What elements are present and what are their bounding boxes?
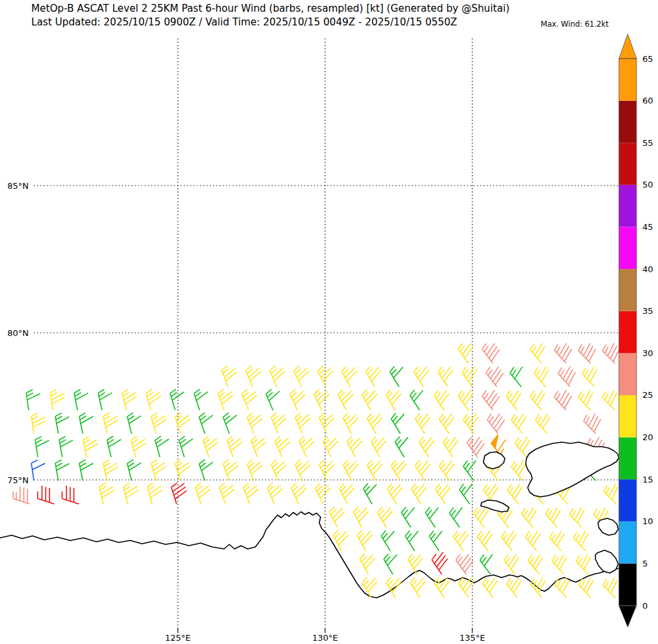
wind-barb bbox=[193, 387, 213, 410]
coastline-layer bbox=[0, 512, 619, 598]
wind-barb bbox=[553, 386, 577, 410]
wind-barb bbox=[103, 412, 121, 434]
wind-barb bbox=[424, 503, 446, 527]
colorbar-tick-label: 0 bbox=[642, 601, 648, 611]
wind-barb bbox=[222, 457, 242, 481]
wind-barb bbox=[107, 435, 124, 457]
wind-barb bbox=[175, 458, 193, 481]
wind-barb bbox=[377, 503, 398, 527]
wind-barb bbox=[458, 480, 481, 504]
chart-subtitle: Last Updated: 2025/10/15 0900Z / Valid T… bbox=[31, 16, 509, 29]
wind-barb bbox=[479, 550, 502, 574]
colorbar-tick-label: 40 bbox=[642, 264, 653, 274]
wind-barb bbox=[359, 550, 380, 574]
colorbar-tick-label: 50 bbox=[642, 180, 653, 189]
wind-barb bbox=[394, 433, 416, 457]
wind-barb bbox=[122, 387, 140, 410]
wind-barb bbox=[26, 389, 42, 410]
wind-barb bbox=[529, 574, 552, 598]
wind-barb bbox=[382, 550, 405, 574]
wind-barb bbox=[294, 410, 315, 434]
wind-barb bbox=[502, 550, 525, 574]
wind-barb bbox=[365, 363, 386, 387]
wind-barb bbox=[436, 363, 459, 387]
wind-barb bbox=[438, 410, 460, 434]
wind-barb bbox=[385, 386, 407, 410]
wind-barb bbox=[246, 410, 266, 434]
wind-barb bbox=[380, 527, 402, 551]
wind-barb bbox=[389, 363, 411, 387]
wind-barb bbox=[404, 527, 426, 551]
wind-barb bbox=[317, 363, 337, 387]
wind-barb bbox=[31, 412, 48, 434]
island bbox=[483, 452, 505, 469]
wind-barb bbox=[461, 363, 483, 387]
wind-barb bbox=[154, 434, 173, 457]
wind-barb bbox=[366, 410, 388, 434]
wind-barb bbox=[577, 574, 601, 598]
wind-barb bbox=[428, 527, 450, 551]
wind-barb bbox=[265, 387, 285, 410]
wind-barb bbox=[314, 480, 335, 504]
wind-barb bbox=[274, 434, 294, 457]
wind-barb bbox=[414, 410, 436, 434]
wind-barb bbox=[246, 457, 266, 481]
wind-barb bbox=[338, 480, 360, 504]
wind-barb bbox=[294, 457, 315, 481]
wind-barb bbox=[544, 503, 567, 527]
wind-barb bbox=[126, 411, 145, 434]
wind-barb bbox=[59, 435, 76, 457]
wind-barb bbox=[409, 386, 431, 410]
wind-barb bbox=[245, 363, 265, 387]
wind-barb bbox=[362, 480, 384, 504]
wind-barb bbox=[457, 574, 480, 598]
wind-barb bbox=[241, 387, 261, 410]
wind-barb bbox=[293, 363, 314, 387]
wind-barb bbox=[481, 339, 504, 363]
chart-header: MetOp-B ASCAT Level 2 25KM Past 6-hour W… bbox=[31, 2, 509, 29]
wind-barb bbox=[217, 387, 236, 410]
wind-barb bbox=[313, 386, 334, 410]
wind-barb bbox=[218, 481, 238, 504]
wind-barb bbox=[31, 459, 48, 481]
island bbox=[481, 500, 509, 512]
wind-barb bbox=[466, 433, 489, 457]
wind-barb bbox=[548, 527, 571, 551]
wind-barb bbox=[462, 456, 485, 481]
wind-barb bbox=[99, 482, 117, 504]
wind-barb bbox=[448, 503, 471, 527]
wind-barb bbox=[442, 433, 465, 457]
max-wind-label: Max. Wind: 61.2kt bbox=[541, 20, 608, 29]
wind-barb bbox=[171, 481, 190, 504]
wind-barb bbox=[361, 386, 382, 410]
wind-barb bbox=[509, 363, 532, 387]
wind-barb bbox=[486, 410, 509, 434]
colorbar-tick-label: 55 bbox=[642, 138, 653, 148]
colorbar-tick-label: 35 bbox=[642, 306, 653, 316]
wind-barb bbox=[434, 480, 456, 504]
wind-barb bbox=[123, 481, 141, 504]
colorbar-tick-label: 5 bbox=[642, 559, 648, 568]
ascat-wind-map: 85°N80°N75°N125°E130°E135°E 051015202530… bbox=[0, 0, 658, 644]
wind-barb bbox=[462, 410, 485, 434]
island-layer bbox=[481, 442, 619, 573]
lat-tick-label: 80°N bbox=[7, 328, 29, 338]
wind-barb bbox=[222, 410, 242, 434]
wind-barb bbox=[476, 527, 499, 551]
wind-barb bbox=[577, 387, 601, 410]
wind-barb bbox=[366, 456, 388, 481]
colorbar-tick-label: 30 bbox=[642, 348, 653, 358]
colorbar-tick-label: 10 bbox=[642, 516, 653, 526]
island bbox=[595, 550, 618, 573]
wind-barb bbox=[452, 527, 475, 551]
wind-barb bbox=[433, 574, 455, 598]
wind-barb bbox=[580, 363, 604, 387]
wind-barb bbox=[352, 503, 374, 527]
wind-barb bbox=[409, 574, 431, 598]
wind-barb bbox=[79, 412, 96, 434]
wind-barb bbox=[557, 363, 580, 387]
wind-barb bbox=[370, 433, 392, 457]
wind-barb bbox=[433, 386, 455, 410]
wind-barb bbox=[485, 363, 508, 387]
wind-barb bbox=[481, 386, 504, 410]
